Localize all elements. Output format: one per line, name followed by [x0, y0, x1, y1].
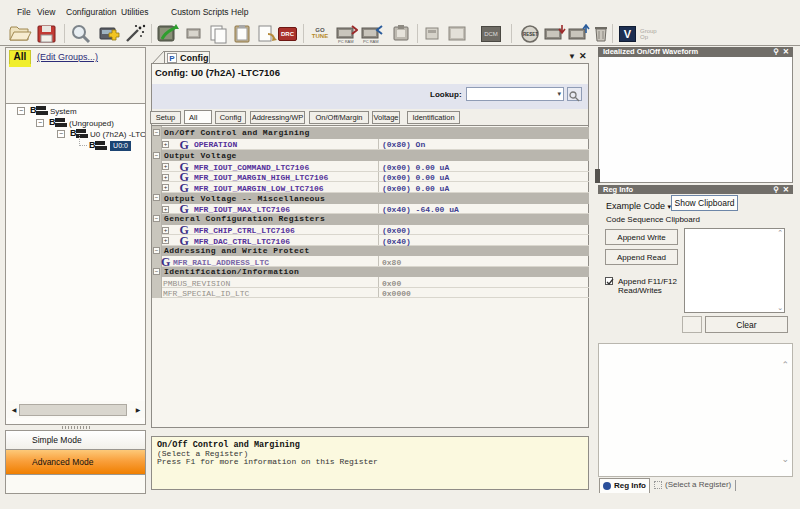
- svg-text:RESET: RESET: [523, 32, 538, 37]
- svg-text:PC RAM: PC RAM: [363, 39, 379, 44]
- svg-text:PC RAM: PC RAM: [338, 39, 354, 44]
